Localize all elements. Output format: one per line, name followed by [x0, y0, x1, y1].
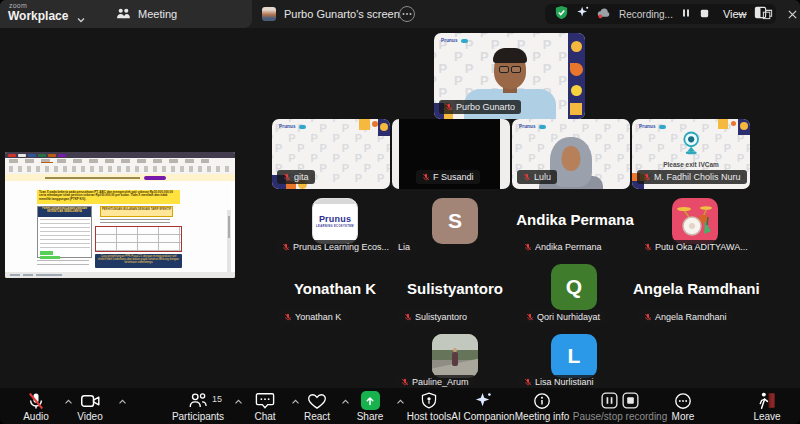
mic-muted-icon — [284, 313, 292, 321]
tile-m-fadhil[interactable]: Prunus Please exit IVCam M. Fadhil Choli… — [632, 119, 750, 189]
mic-muted-icon — [524, 378, 532, 386]
mic-muted-icon — [401, 378, 409, 386]
chat-button[interactable]: Chat — [243, 391, 287, 422]
tarif-efektif-table — [95, 226, 182, 252]
background-sliver — [392, 119, 399, 189]
pause-recording-icon — [601, 392, 618, 409]
avatar-photo-pauline[interactable] — [432, 334, 478, 378]
avatar-prunus-logo[interactable]: Prunus LEARNING ECOSYSTEM — [312, 198, 358, 244]
mic-muted-icon — [26, 391, 46, 410]
shield-icon — [420, 391, 438, 410]
tile-f-susandi[interactable]: F Susandi — [392, 119, 510, 189]
mic-muted-icon — [445, 103, 453, 111]
avatar-drums-putu[interactable] — [672, 198, 718, 244]
name-label: Lisa Nurlistiani — [518, 375, 600, 389]
tab-purbo-screen[interactable]: Purbo Gunarto's screen — [256, 0, 406, 28]
video-chevron-icon[interactable] — [118, 396, 127, 407]
tile-lulu[interactable]: Prunus Lulu — [512, 119, 630, 189]
name-label: Yonathan K — [278, 310, 347, 324]
avatar-initial-lia[interactable]: S — [432, 198, 478, 244]
window-restore-button[interactable] — [760, 7, 774, 21]
stop-recording-icon[interactable] — [699, 5, 710, 23]
cloud-recording-icon — [597, 5, 612, 23]
document-scrollbar[interactable] — [227, 210, 231, 278]
info-icon — [533, 391, 551, 410]
zoom-logo: Workplace — [8, 9, 68, 23]
highlighted-problem-text: Tuan X pada bekerja pada perusahaan PT. … — [37, 190, 180, 204]
display-name[interactable]: Sulistyantoro — [393, 280, 517, 297]
pause-stop-recording-button[interactable]: Pause/stop recording — [568, 391, 672, 422]
meeting-people-icon — [116, 7, 131, 22]
mic-muted-icon — [524, 243, 532, 251]
name-label: M. Fadhil Cholis Nuru — [637, 170, 747, 184]
participants-chevron-icon[interactable] — [234, 396, 243, 407]
name-label: Prunus Learning Ecos... — [276, 240, 395, 254]
share-up-arrow-icon — [361, 391, 380, 410]
ivcam-message: Please exit IVCam — [663, 161, 719, 168]
avatar-initial-qori[interactable]: Q — [551, 264, 597, 310]
drum-kit-icon — [675, 203, 715, 239]
display-name[interactable]: Angela Ramdhani — [633, 280, 757, 297]
zoom-logo-sub: zoom — [9, 2, 27, 9]
mic-muted-icon — [644, 313, 652, 321]
name-label: Purbo Gunarto — [439, 100, 521, 114]
chat-bubble-icon — [255, 391, 275, 410]
upgrade-banner — [5, 174, 235, 181]
name-label: Qori Nurhidayat — [520, 310, 606, 324]
meeting-tab-label: Meeting — [138, 8, 177, 20]
highlight-cell-green — [40, 251, 53, 255]
zoom-window: zoom Workplace Meeting Purbo Gunarto's s… — [0, 0, 800, 424]
more-ellipsis-icon — [674, 391, 692, 410]
right-table-title: PERHITUNGAN BULANAN DENGAN TARIF EFEKTIF — [100, 206, 173, 217]
avatar-initial-lisa[interactable]: L — [551, 334, 597, 378]
workspace-chevron-down-icon[interactable] — [76, 10, 86, 28]
leave-button[interactable]: Leave — [742, 391, 792, 422]
pause-recording-icon[interactable] — [680, 5, 692, 23]
react-button[interactable]: React — [295, 391, 339, 422]
window-close-button[interactable] — [785, 7, 799, 21]
name-label: Lulu — [517, 170, 557, 184]
audio-button[interactable]: Audio — [12, 391, 60, 422]
left-calculation-table: PERHITUNGAN BULANAN DENGAN KETENTUAN SEB… — [37, 206, 92, 258]
name-label: gita — [277, 170, 315, 184]
corner-decoration — [714, 119, 750, 145]
upgrade-button — [144, 176, 166, 180]
mic-muted-icon — [644, 243, 652, 251]
name-label: Pauline_Arum — [395, 375, 475, 389]
mic-muted-icon — [283, 173, 291, 181]
name-label: Angela Ramdhani — [638, 310, 733, 324]
tile-gita[interactable]: Prunus gita — [272, 119, 390, 189]
security-shield-check-icon[interactable] — [554, 5, 569, 24]
background-sliver — [500, 119, 510, 189]
share-button[interactable]: Share — [348, 391, 392, 422]
webcam-placeholder: Please exit IVCam — [663, 131, 719, 168]
prunus-logo: Prunus — [279, 124, 306, 129]
name-label: Putu Oka ADITYAWA... — [638, 240, 754, 254]
document-statusbar — [5, 272, 235, 278]
ai-companion-sparkle-icon[interactable] — [576, 5, 590, 23]
webcam-icon — [680, 131, 702, 155]
mic-muted-icon — [643, 173, 651, 181]
display-name[interactable]: Andika Permana — [513, 211, 637, 228]
tab-meeting[interactable]: Meeting — [108, 0, 185, 28]
tile-purbo-gunarto[interactable]: Prunus Purbo Gunarto — [434, 33, 585, 119]
display-name[interactable]: Yonathan K — [273, 280, 397, 297]
camera-icon — [80, 391, 101, 410]
window-minimize-button[interactable] — [735, 7, 749, 21]
recording-label: Recording... — [619, 9, 673, 20]
document-page: Tuan X pada bekerja pada perusahaan PT. … — [5, 181, 231, 272]
more-button[interactable]: More — [660, 391, 706, 422]
title-bar: zoom Workplace Meeting Purbo Gunarto's s… — [0, 0, 800, 28]
stop-recording-icon — [622, 392, 639, 409]
screen-share-thumbnail[interactable]: Tuan X pada bekerja pada perusahaan PT. … — [5, 152, 235, 278]
participants-button[interactable]: Participants 15 — [160, 391, 236, 422]
name-label: Andika Permana — [518, 240, 608, 254]
participants-count: 15 — [212, 394, 222, 404]
title-bar-left: zoom Workplace Meeting — [0, 0, 252, 28]
meeting-toolbar: Audio Video Participants 15 Chat — [0, 388, 800, 424]
tab-options-ellipsis-icon[interactable] — [399, 6, 415, 22]
sparkle-icon — [474, 391, 493, 410]
video-button[interactable]: Video — [66, 391, 114, 422]
mic-muted-icon — [523, 173, 531, 181]
screen-tab-avatar — [262, 7, 276, 21]
